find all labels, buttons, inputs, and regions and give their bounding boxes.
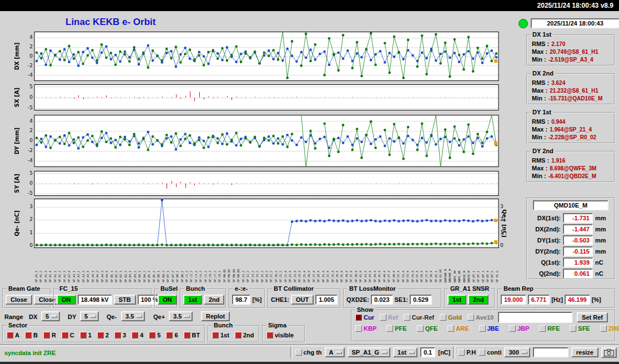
x-axis-label: SP_21_2 — [279, 250, 282, 282]
checkbox-box — [355, 314, 362, 321]
show-are[interactable]: ARE — [447, 325, 469, 332]
beam-rep-value-1: 19.000 — [501, 295, 526, 305]
x-axis-label: SP_41_4 — [359, 250, 362, 282]
x-axis-label: SP_A1_3 — [44, 250, 47, 282]
sector-3[interactable]: 3 — [114, 332, 126, 338]
fc15-stb-button[interactable]: STB — [114, 295, 136, 305]
group-title: FC_15 — [58, 285, 79, 292]
bunch-1st-button[interactable]: 1st — [183, 295, 202, 305]
statusbar-controls: chg th A SP_A1_G 1st 0.1 [nC] P.H conti … — [290, 346, 617, 358]
snsr-1st-button[interactable]: 1st — [447, 295, 466, 305]
x-axis-label: SP_42_4 — [364, 250, 367, 282]
chart-q — [11, 199, 506, 249]
resize-button[interactable]: resize — [571, 347, 598, 357]
range-qe-plus-select[interactable]: 3.5 — [169, 311, 193, 321]
aux-field[interactable] — [533, 347, 568, 357]
show-cur-ref[interactable]: Cur-Ref — [404, 314, 434, 321]
stats-group: DY 1stRMS :0.944Max :1.964@SP_21_4Min :-… — [526, 112, 615, 144]
range-qe-plus-label: Qe+ — [153, 314, 165, 320]
sector-c[interactable]: C — [62, 332, 74, 338]
x-axis-label: SP_B7_1 — [166, 250, 169, 282]
x-axis-label: SP_A4_3 — [100, 250, 104, 282]
x-axis-label: SP_B1_1 — [110, 250, 113, 282]
beam-rep-value-3: 46.199 — [565, 295, 590, 305]
x-axis-label: SP_11_2 — [241, 250, 245, 282]
bt-lossmonitor-group: BT LossMonitor QXD2E: 0.023 SE1: 0.529 — [343, 289, 442, 309]
sector-5[interactable]: 5 — [149, 332, 160, 338]
fc15-on-button[interactable]: ON — [57, 295, 76, 305]
range-qe-minus-select[interactable]: 3.5 — [121, 311, 145, 321]
checkbox-box — [539, 325, 546, 332]
bunch-2nd-button[interactable]: 2nd — [204, 295, 225, 305]
stat-line: Min :-2.228@SP_R0_02 — [529, 133, 613, 141]
show-jbe[interactable]: JBE — [479, 325, 499, 332]
sector-b[interactable]: B — [25, 332, 38, 338]
sector-bt[interactable]: BT — [184, 332, 200, 338]
show-pfe[interactable]: PFE — [386, 325, 406, 332]
stats-group-title: DY 2nd — [531, 148, 555, 154]
checkbox-box — [600, 325, 607, 332]
x-axis-label: SP_R0_03 — [232, 250, 235, 282]
che1-label: CHE1: — [271, 296, 289, 303]
busel-on-button[interactable]: ON — [158, 295, 177, 305]
checkbox-box — [266, 332, 273, 338]
x-axis-label: QMD10E_M — [448, 250, 451, 282]
sector-a[interactable]: A — [7, 332, 19, 338]
show-ref[interactable]: Ref — [380, 314, 398, 321]
ee-ratio-group: e-:e- 98.7 [%] — [229, 289, 265, 309]
sigma-visible[interactable]: visible — [266, 332, 294, 338]
show-sfe[interactable]: SFE — [570, 325, 590, 332]
range-dx-select[interactable]: 5 — [41, 311, 60, 321]
chg-th-checkbox[interactable]: chg th — [295, 349, 322, 356]
range-label: Range — [4, 314, 23, 320]
bunch-2nd[interactable]: 2nd — [235, 332, 254, 338]
range-dy-select[interactable]: 5 — [80, 311, 99, 321]
checkbox-box — [80, 332, 87, 338]
show-qfe[interactable]: QFE — [417, 325, 438, 332]
checkbox-label: Cur — [364, 314, 374, 321]
show-group: Show CurRefCur-RefGoldAve10 Set Ref KBPP… — [351, 310, 616, 342]
checkbox-label: visible — [275, 332, 294, 338]
beam-gate-close-1-button[interactable]: Close — [6, 295, 32, 305]
bunch-1st[interactable]: 1st — [212, 332, 229, 338]
show-cur[interactable]: Cur — [355, 314, 374, 321]
show-rfe[interactable]: RFE — [539, 325, 560, 332]
show-jbp[interactable]: JBP — [509, 325, 529, 332]
ph-checkbox[interactable]: P.H — [458, 349, 476, 356]
checkbox-box — [166, 332, 173, 338]
sector-4[interactable]: 4 — [132, 332, 143, 338]
threshold-field[interactable]: 0.1 — [420, 347, 435, 357]
stat-line: RMS :2.170 — [529, 40, 613, 48]
x-axis-label: SP_23_4 — [293, 250, 296, 282]
show-zre[interactable]: ZRE — [600, 325, 619, 332]
sector-6[interactable]: 6 — [166, 332, 178, 338]
show-gold[interactable]: Gold — [440, 314, 462, 321]
ref-name-input[interactable] — [498, 312, 572, 323]
checkbox-box — [62, 332, 68, 338]
chart-dx — [11, 32, 506, 82]
x-axis-label: SP_57_4 — [425, 250, 428, 282]
show-kbp[interactable]: KBP — [355, 325, 376, 332]
stat-line: Max :1.964@SP_21_4 — [529, 125, 613, 133]
snsr-2nd-button[interactable]: 2nd — [468, 295, 489, 305]
replot-button[interactable]: Replot — [201, 311, 230, 321]
separator — [290, 346, 293, 358]
show-ave10[interactable]: Ave10 — [467, 314, 494, 321]
sector-r[interactable]: R — [43, 332, 56, 338]
bpm-select[interactable]: SP_A1_G — [348, 347, 391, 357]
ee-ratio-value: 98.7 — [232, 295, 250, 305]
interval-select[interactable]: 300 — [504, 347, 530, 357]
checkbox-label: Cur-Ref — [412, 314, 434, 321]
bunch-select[interactable]: 1st — [393, 347, 417, 357]
x-axis-label: SP_A4_2 — [95, 250, 99, 282]
sector-1[interactable]: 1 — [80, 332, 92, 338]
qmd-row: Q(1st):1.939nC — [530, 257, 612, 268]
camera-button[interactable] — [601, 347, 617, 358]
x-axis-label: SP_48_4 — [392, 250, 395, 282]
che1-out-button[interactable]: OUT — [291, 295, 314, 305]
sector-letter-select[interactable]: A — [325, 347, 345, 357]
option-menu-indicator — [381, 351, 387, 354]
conti-checkbox[interactable]: conti — [479, 349, 501, 356]
set-ref-button[interactable]: Set Ref — [577, 312, 608, 322]
sector-2[interactable]: 2 — [97, 332, 109, 338]
